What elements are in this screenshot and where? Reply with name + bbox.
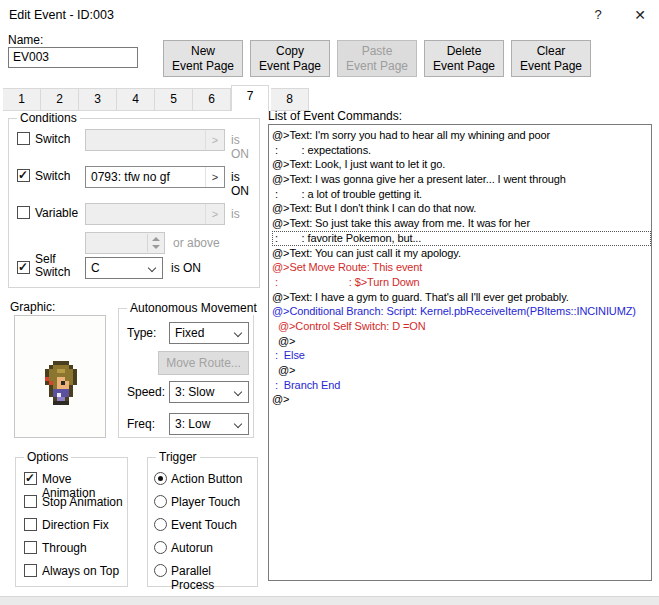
autorun-radio[interactable] (154, 541, 167, 554)
command-line[interactable]: @>Text: Look, I just want to let it go. (272, 157, 651, 172)
switch2-checkbox[interactable] (17, 169, 30, 182)
tab-page-5[interactable]: 5 (155, 88, 193, 111)
variable-label: Variable (35, 206, 78, 220)
variable-checkbox[interactable] (17, 206, 30, 219)
command-line[interactable]: @> (272, 392, 651, 407)
help-button[interactable]: ? (583, 3, 613, 27)
movement-type-dropdown[interactable]: Fixed (169, 322, 249, 344)
command-line[interactable]: : Else (272, 348, 651, 363)
chevron-down-icon (234, 329, 242, 337)
through-checkbox[interactable] (24, 541, 37, 554)
speed-dropdown[interactable]: 3: Slow (169, 381, 249, 403)
switch2-picker[interactable]: 0793: tfw no gf > (85, 166, 225, 188)
self-switch-dropdown[interactable]: C (85, 257, 163, 279)
switch1-picker-arrow-icon: > (205, 130, 224, 150)
edit-event-dialog: Edit Event - ID:003 ? ✕ Name: EV003 NewE… (0, 0, 659, 605)
command-line[interactable]: @>Conditional Branch: Script: Kernel.pbR… (272, 304, 651, 319)
switch2-picker-arrow-icon[interactable]: > (205, 167, 224, 187)
close-button[interactable]: ✕ (625, 3, 655, 27)
move-animation-checkbox[interactable] (24, 472, 37, 485)
command-line[interactable]: @>Text: I have a gym to guard. That's al… (272, 290, 651, 305)
paste-event-page-button: PasteEvent Page (337, 40, 417, 77)
chevron-down-icon (234, 388, 242, 396)
window-bottom-edge (0, 596, 659, 605)
self-switch-suffix: is ON (171, 261, 201, 275)
trigger-group: Trigger Action Button Player Touch Event… (147, 457, 258, 587)
new-event-page-button[interactable]: NewEvent Page (163, 40, 243, 77)
player-touch-label: Player Touch (171, 495, 240, 509)
variable-value-spinner (85, 232, 165, 254)
command-line[interactable]: : : a lot of trouble getting it. (272, 187, 651, 202)
autorun-label: Autorun (171, 541, 213, 555)
variable-picker: > (85, 203, 225, 225)
character-sprite (45, 361, 77, 405)
command-line[interactable]: @>Text: So just take this away from me. … (272, 216, 651, 231)
name-label: Name: (8, 33, 43, 47)
tab-page-7[interactable]: 7 (231, 85, 269, 111)
command-line[interactable]: : Branch End (272, 378, 651, 393)
tab-page-8[interactable]: 8 (271, 88, 309, 111)
variable-picker-arrow-icon: > (205, 204, 224, 224)
copy-event-page-button[interactable]: CopyEvent Page (250, 40, 330, 77)
direction-fix-label: Direction Fix (42, 518, 109, 532)
conditions-group: Conditions Switch > is ON Switch 0793: t… (8, 118, 260, 288)
direction-fix-checkbox[interactable] (24, 518, 37, 531)
options-group-label: Options (24, 450, 71, 464)
chevron-down-icon (148, 264, 156, 272)
action-button-radio[interactable] (154, 472, 167, 485)
command-line[interactable]: @>Control Self Switch: D =ON (272, 319, 651, 334)
tab-page-4[interactable]: 4 (117, 88, 155, 111)
freq-label: Freq: (127, 417, 155, 431)
command-line[interactable]: : : $>Turn Down (272, 275, 651, 290)
self-switch-checkbox[interactable] (17, 261, 30, 274)
command-line[interactable]: @> (272, 363, 651, 378)
autonomous-movement-group: Autonomous Movement Type: Fixed Move Rou… (118, 308, 254, 438)
command-line[interactable]: @>Set Move Route: This event (272, 260, 651, 275)
tab-page-6[interactable]: 6 (193, 88, 231, 111)
tab-page-3[interactable]: 3 (79, 88, 117, 111)
options-group: Options Move Animation Stop Animation Di… (15, 457, 128, 587)
player-touch-radio[interactable] (154, 495, 167, 508)
command-line-selected[interactable]: : : favorite Pokemon, but... (272, 231, 651, 246)
stop-animation-label: Stop Animation (42, 495, 123, 509)
self-switch-label: Self Switch (35, 253, 70, 279)
graphic-label: Graphic: (10, 300, 55, 314)
command-line[interactable]: @>Text: I'm sorry you had to hear all my… (272, 128, 651, 143)
clear-event-page-button[interactable]: ClearEvent Page (511, 40, 591, 77)
event-commands-label: List of Event Commands: (268, 109, 402, 123)
command-line[interactable]: @>Text: You can just call it my apology. (272, 246, 651, 261)
switch1-picker: > (85, 129, 225, 151)
trigger-group-label: Trigger (156, 450, 200, 464)
switch2-label: Switch (35, 169, 70, 183)
command-line[interactable]: @>Text: But I don't think I can do that … (272, 201, 651, 216)
chevron-down-icon (234, 420, 242, 428)
variable-suffix: is (231, 207, 240, 221)
command-line[interactable]: : : expectations. (272, 143, 651, 158)
name-input[interactable]: EV003 (8, 47, 138, 68)
stop-animation-checkbox[interactable] (24, 495, 37, 508)
tab-page-1[interactable]: 1 (3, 88, 41, 111)
parallel-process-radio[interactable] (154, 564, 167, 577)
conditions-group-label: Conditions (17, 111, 80, 125)
autonomous-movement-group-label: Autonomous Movement (127, 301, 260, 315)
command-line[interactable]: @> (272, 334, 651, 349)
event-commands-list[interactable]: @>Text: I'm sorry you had to hear all my… (268, 124, 652, 581)
speed-label: Speed: (127, 385, 165, 399)
command-line[interactable]: @>Text: I was gonna give her a present l… (272, 172, 651, 187)
event-touch-radio[interactable] (154, 518, 167, 531)
action-button-label: Action Button (171, 472, 242, 486)
window-title: Edit Event - ID:003 (9, 8, 114, 22)
switch2-suffix: is ON (231, 170, 259, 198)
tab-page-2[interactable]: 2 (41, 88, 79, 111)
type-label: Type: (127, 326, 156, 340)
switch1-checkbox[interactable] (17, 132, 30, 145)
always-on-top-checkbox[interactable] (24, 564, 37, 577)
always-on-top-label: Always on Top (42, 564, 119, 578)
delete-event-page-button[interactable]: DeleteEvent Page (424, 40, 504, 77)
parallel-process-label: Parallel Process (171, 564, 257, 592)
through-label: Through (42, 541, 87, 555)
switch1-label: Switch (35, 132, 70, 146)
graphic-preview[interactable] (14, 315, 106, 438)
spinner-arrows-icon (147, 234, 163, 252)
freq-dropdown[interactable]: 3: Low (169, 413, 249, 435)
